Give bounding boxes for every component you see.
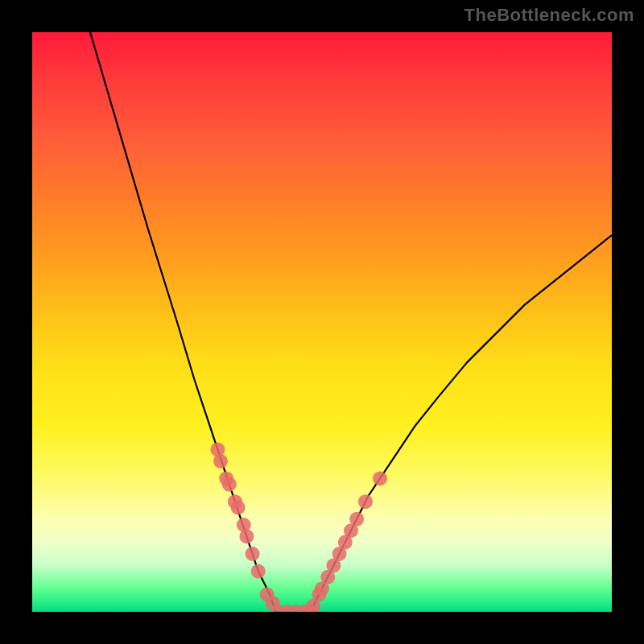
scatter-dot [358,494,373,509]
scatter-dot [349,512,364,526]
scatter-dot [246,547,260,561]
chart-svg [32,32,612,612]
watermark-text: TheBottleneck.com [464,5,634,26]
scatter-dots [210,442,387,612]
plot-area [32,32,612,612]
scatter-dot [222,477,237,492]
scatter-dot [231,500,246,514]
scatter-dot [251,564,266,579]
curve-right-branch [311,235,612,612]
scatter-dot [373,471,387,485]
scatter-dot [239,529,254,543]
scatter-dot [213,454,228,469]
